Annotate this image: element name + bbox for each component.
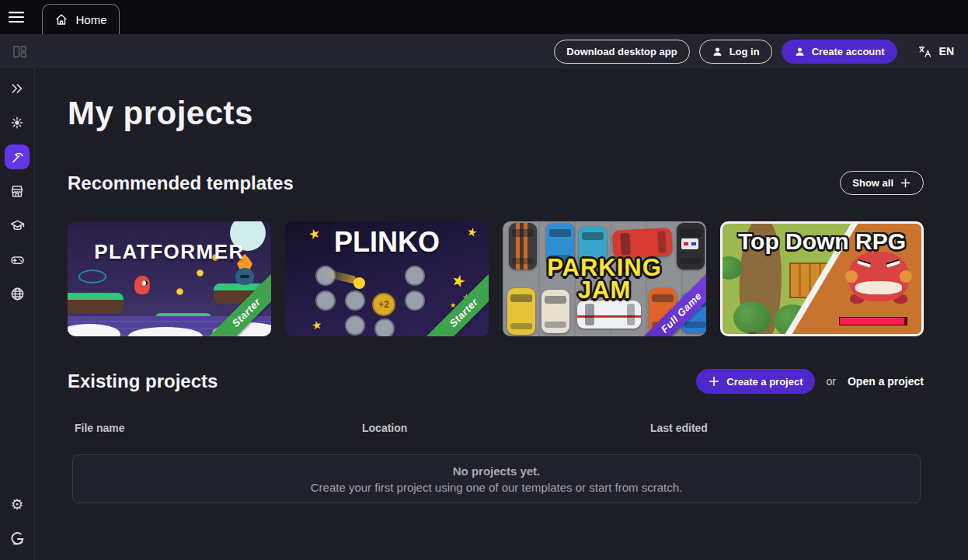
menu-icon[interactable]	[0, 0, 33, 34]
tab-home[interactable]: Home	[42, 4, 120, 34]
peg	[315, 290, 336, 311]
language-selector[interactable]: EN	[918, 44, 954, 59]
health-bar	[839, 317, 907, 325]
eye-decoration	[78, 270, 106, 283]
peg	[405, 290, 425, 311]
column-last-edited: Last edited	[650, 422, 708, 434]
empty-state-subtitle: Create your first project using one of o…	[311, 481, 683, 494]
home-icon	[54, 12, 68, 26]
template-title: Top Down RPG	[723, 228, 921, 255]
template-card-top-down-rpg[interactable]: Top Down RPG	[720, 221, 924, 336]
template-card-platformer[interactable]: PLATFORMER Starter	[68, 221, 271, 336]
build-pickaxe-icon	[5, 144, 30, 169]
translate-icon	[918, 44, 932, 59]
template-cards-row: PLATFORMER Starter	[68, 221, 924, 336]
show-all-button[interactable]: Show all	[840, 171, 924, 195]
plus-icon	[708, 375, 720, 388]
panels-icon[interactable]	[8, 40, 31, 63]
plus-icon	[900, 177, 911, 189]
download-desktop-app-button[interactable]: Download desktop app	[554, 40, 689, 64]
create-project-button[interactable]: Create a project	[696, 369, 814, 394]
star-icon: ★	[311, 318, 323, 332]
login-button[interactable]: Log in	[699, 40, 772, 64]
ball	[353, 277, 365, 289]
recommended-templates-heading: Recommended templates	[68, 172, 294, 194]
coin	[197, 270, 204, 277]
player-character	[134, 276, 150, 294]
create-account-button[interactable]: Create account	[782, 40, 897, 64]
user-icon	[794, 46, 806, 57]
projects-table-header: File name Location Last edited	[68, 422, 924, 434]
column-location: Location	[362, 422, 650, 434]
tree	[733, 301, 771, 334]
shop-icon[interactable]	[0, 174, 34, 208]
sidebar-item-build[interactable]	[0, 140, 34, 174]
enemy	[235, 268, 254, 285]
community-icon[interactable]	[0, 277, 34, 311]
coin	[176, 288, 183, 295]
play-icon[interactable]	[0, 242, 34, 277]
peg	[374, 318, 395, 336]
tab-bar: Home	[0, 0, 968, 34]
template-title: PLATFORMER	[68, 240, 271, 264]
peg	[345, 315, 365, 336]
settings-gear-icon[interactable]: ⚙	[0, 487, 34, 521]
learn-icon[interactable]	[0, 208, 34, 242]
peg	[345, 290, 365, 311]
template-title: PARKING JAM	[527, 256, 682, 302]
frog-boss	[848, 252, 909, 301]
template-card-parking-jam[interactable]: PARKING JAM Full Game	[503, 221, 706, 336]
no-projects-empty-state: No projects yet. Create your first proje…	[72, 454, 921, 503]
peg	[405, 266, 425, 286]
existing-projects-heading: Existing projects	[68, 370, 218, 392]
main-content: My projects Recommended templates Show a…	[35, 68, 968, 560]
tab-home-label: Home	[75, 13, 106, 26]
language-code: EN	[939, 45, 954, 57]
expand-sidebar-icon[interactable]	[0, 71, 34, 106]
get-started-icon[interactable]	[0, 106, 34, 140]
user-icon	[712, 46, 723, 57]
empty-state-title: No projects yet.	[453, 464, 541, 478]
platform	[68, 293, 124, 313]
column-file-name: File name	[68, 422, 362, 434]
sidebar: ⚙	[0, 68, 35, 560]
page-title: My projects	[68, 95, 924, 132]
bonus-peg: +2	[372, 293, 395, 316]
toolbar: Download desktop app Log in Create accou…	[0, 34, 968, 68]
template-card-plinko[interactable]: PLINKO +2 ★ ★ ★ ★ ★ ★	[285, 221, 489, 336]
gdevelop-logo-icon[interactable]	[0, 521, 34, 555]
or-text: or	[827, 375, 836, 388]
star-icon: ★	[449, 271, 468, 290]
open-project-link[interactable]: Open a project	[848, 375, 924, 388]
template-title: PLINKO	[285, 226, 489, 259]
